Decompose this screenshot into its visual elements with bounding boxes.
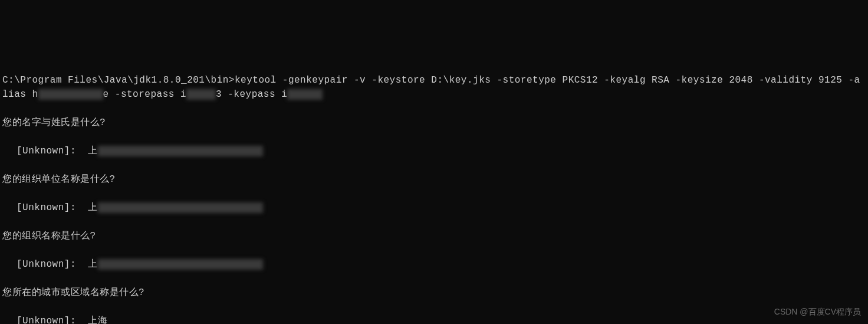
answer-city-line: [Unknown]: 上海: [2, 314, 866, 324]
answer-name-prefix: 上: [88, 146, 98, 156]
terminal-output[interactable]: C:\Program Files\Java\jdk1.8.0_201\bin>k…: [2, 59, 866, 324]
answer-city: 上海: [88, 316, 107, 324]
redacted-alias: [38, 89, 103, 100]
watermark-text: CSDN @百度CV程序员: [774, 306, 861, 318]
question-city: 您所在的城市或区域名称是什么?: [2, 286, 866, 300]
command-text-3: 3 -keypass i: [216, 89, 287, 100]
question-org: 您的组织名称是什么?: [2, 229, 866, 243]
command-line: C:\Program Files\Java\jdk1.8.0_201\bin>k…: [2, 73, 866, 102]
redacted-org-unit: [98, 202, 263, 213]
redacted-org: [98, 259, 263, 270]
prompt-path: C:\Program Files\Java\jdk1.8.0_201\bin>: [2, 75, 235, 86]
redacted-storepass: [186, 89, 216, 100]
answer-org-line: [Unknown]: 上: [2, 257, 866, 271]
redacted-name: [98, 146, 263, 156]
unknown-prompt: [Unknown]:: [17, 146, 88, 156]
question-org-unit: 您的组织单位名称是什么?: [2, 172, 866, 186]
answer-name-line: [Unknown]: 上: [2, 144, 866, 158]
unknown-prompt: [Unknown]:: [17, 259, 88, 270]
unknown-prompt: [Unknown]:: [17, 202, 88, 213]
redacted-keypass: [287, 89, 323, 100]
unknown-prompt: [Unknown]:: [17, 316, 88, 324]
question-name: 您的名字与姓氏是什么?: [2, 116, 866, 130]
answer-org-prefix: 上: [88, 259, 98, 270]
command-text-2: e -storepass i: [103, 89, 186, 100]
answer-org-unit-line: [Unknown]: 上: [2, 201, 866, 215]
answer-org-unit-prefix: 上: [88, 202, 98, 213]
